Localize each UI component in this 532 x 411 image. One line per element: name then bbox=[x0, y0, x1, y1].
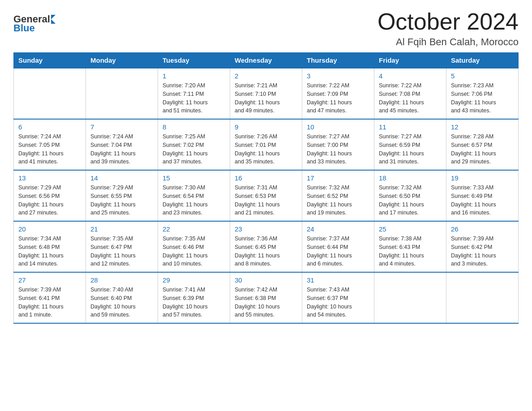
calendar-cell: 8Sunrise: 7:25 AM Sunset: 7:02 PM Daylig… bbox=[158, 119, 230, 170]
calendar-cell: 31Sunrise: 7:43 AM Sunset: 6:37 PM Dayli… bbox=[302, 272, 374, 323]
week-row-2: 6Sunrise: 7:24 AM Sunset: 7:05 PM Daylig… bbox=[14, 119, 519, 170]
day-number: 16 bbox=[235, 174, 297, 182]
calendar-cell: 5Sunrise: 7:23 AM Sunset: 7:06 PM Daylig… bbox=[446, 68, 519, 119]
day-number: 1 bbox=[163, 72, 225, 80]
week-row-4: 20Sunrise: 7:34 AM Sunset: 6:48 PM Dayli… bbox=[14, 221, 519, 272]
day-number: 31 bbox=[307, 276, 369, 284]
calendar-cell bbox=[86, 68, 158, 119]
header-wednesday: Wednesday bbox=[230, 53, 302, 68]
calendar-cell: 7Sunrise: 7:24 AM Sunset: 7:04 PM Daylig… bbox=[86, 119, 158, 170]
header-saturday: Saturday bbox=[446, 53, 519, 68]
calendar-cell: 28Sunrise: 7:40 AM Sunset: 6:40 PM Dayli… bbox=[86, 272, 158, 323]
day-number: 14 bbox=[90, 174, 153, 182]
calendar-cell: 13Sunrise: 7:29 AM Sunset: 6:56 PM Dayli… bbox=[14, 170, 86, 221]
calendar-cell: 3Sunrise: 7:22 AM Sunset: 7:09 PM Daylig… bbox=[302, 68, 374, 119]
day-number: 19 bbox=[451, 174, 514, 182]
day-number: 4 bbox=[379, 72, 442, 80]
day-info: Sunrise: 7:30 AM Sunset: 6:54 PM Dayligh… bbox=[163, 184, 225, 217]
calendar-cell: 30Sunrise: 7:42 AM Sunset: 6:38 PM Dayli… bbox=[230, 272, 302, 323]
day-number: 21 bbox=[90, 225, 153, 233]
day-number: 17 bbox=[307, 174, 369, 182]
calendar-cell: 24Sunrise: 7:37 AM Sunset: 6:44 PM Dayli… bbox=[302, 221, 374, 272]
day-info: Sunrise: 7:22 AM Sunset: 7:08 PM Dayligh… bbox=[379, 81, 442, 115]
week-row-1: 1Sunrise: 7:20 AM Sunset: 7:11 PM Daylig… bbox=[14, 68, 519, 119]
day-info: Sunrise: 7:36 AM Sunset: 6:45 PM Dayligh… bbox=[235, 235, 297, 268]
calendar-cell: 25Sunrise: 7:38 AM Sunset: 6:43 PM Dayli… bbox=[374, 221, 446, 272]
day-info: Sunrise: 7:25 AM Sunset: 7:02 PM Dayligh… bbox=[163, 133, 225, 166]
day-info: Sunrise: 7:29 AM Sunset: 6:55 PM Dayligh… bbox=[90, 184, 153, 217]
day-info: Sunrise: 7:39 AM Sunset: 6:41 PM Dayligh… bbox=[18, 286, 81, 319]
day-info: Sunrise: 7:41 AM Sunset: 6:39 PM Dayligh… bbox=[163, 286, 225, 319]
calendar-cell: 22Sunrise: 7:35 AM Sunset: 6:46 PM Dayli… bbox=[158, 221, 230, 272]
day-info: Sunrise: 7:35 AM Sunset: 6:46 PM Dayligh… bbox=[163, 235, 225, 268]
day-info: Sunrise: 7:28 AM Sunset: 6:57 PM Dayligh… bbox=[451, 133, 514, 166]
day-number: 7 bbox=[90, 123, 153, 131]
day-info: Sunrise: 7:24 AM Sunset: 7:05 PM Dayligh… bbox=[18, 133, 81, 166]
calendar-cell: 6Sunrise: 7:24 AM Sunset: 7:05 PM Daylig… bbox=[14, 119, 86, 170]
week-row-3: 13Sunrise: 7:29 AM Sunset: 6:56 PM Dayli… bbox=[14, 170, 519, 221]
header-monday: Monday bbox=[86, 53, 158, 68]
calendar-cell: 10Sunrise: 7:27 AM Sunset: 7:00 PM Dayli… bbox=[302, 119, 374, 170]
calendar-title: October 2024 bbox=[378, 9, 519, 34]
logo: General Blue bbox=[13, 13, 56, 34]
calendar-cell: 16Sunrise: 7:31 AM Sunset: 6:53 PM Dayli… bbox=[230, 170, 302, 221]
day-info: Sunrise: 7:26 AM Sunset: 7:01 PM Dayligh… bbox=[235, 133, 297, 166]
location-subtitle: Al Fqih Ben Calah, Morocco bbox=[378, 36, 519, 48]
day-number: 30 bbox=[235, 276, 297, 284]
calendar-cell: 23Sunrise: 7:36 AM Sunset: 6:45 PM Dayli… bbox=[230, 221, 302, 272]
day-info: Sunrise: 7:39 AM Sunset: 6:42 PM Dayligh… bbox=[451, 235, 514, 268]
day-info: Sunrise: 7:27 AM Sunset: 6:59 PM Dayligh… bbox=[379, 133, 442, 166]
day-number: 20 bbox=[18, 225, 81, 233]
calendar-cell: 12Sunrise: 7:28 AM Sunset: 6:57 PM Dayli… bbox=[446, 119, 519, 170]
day-number: 29 bbox=[163, 276, 225, 284]
day-info: Sunrise: 7:34 AM Sunset: 6:48 PM Dayligh… bbox=[18, 235, 81, 268]
day-number: 18 bbox=[379, 174, 442, 182]
calendar-cell: 15Sunrise: 7:30 AM Sunset: 6:54 PM Dayli… bbox=[158, 170, 230, 221]
header-tuesday: Tuesday bbox=[158, 53, 230, 68]
day-number: 22 bbox=[163, 225, 225, 233]
day-number: 6 bbox=[18, 123, 81, 131]
calendar-cell bbox=[446, 272, 519, 323]
calendar-cell: 21Sunrise: 7:35 AM Sunset: 6:47 PM Dayli… bbox=[86, 221, 158, 272]
day-info: Sunrise: 7:37 AM Sunset: 6:44 PM Dayligh… bbox=[307, 235, 369, 268]
calendar-cell: 4Sunrise: 7:22 AM Sunset: 7:08 PM Daylig… bbox=[374, 68, 446, 119]
header-thursday: Thursday bbox=[302, 53, 374, 68]
calendar-cell: 19Sunrise: 7:33 AM Sunset: 6:49 PM Dayli… bbox=[446, 170, 519, 221]
day-info: Sunrise: 7:20 AM Sunset: 7:11 PM Dayligh… bbox=[163, 81, 225, 115]
calendar-cell: 20Sunrise: 7:34 AM Sunset: 6:48 PM Dayli… bbox=[14, 221, 86, 272]
day-number: 26 bbox=[451, 225, 514, 233]
calendar-cell: 1Sunrise: 7:20 AM Sunset: 7:11 PM Daylig… bbox=[158, 68, 230, 119]
day-number: 13 bbox=[18, 174, 81, 182]
day-info: Sunrise: 7:35 AM Sunset: 6:47 PM Dayligh… bbox=[90, 235, 153, 268]
day-number: 12 bbox=[451, 123, 514, 131]
day-info: Sunrise: 7:29 AM Sunset: 6:56 PM Dayligh… bbox=[18, 184, 81, 217]
day-number: 3 bbox=[307, 72, 369, 80]
day-info: Sunrise: 7:27 AM Sunset: 7:00 PM Dayligh… bbox=[307, 133, 369, 166]
calendar-cell: 14Sunrise: 7:29 AM Sunset: 6:55 PM Dayli… bbox=[86, 170, 158, 221]
day-number: 24 bbox=[307, 225, 369, 233]
week-row-5: 27Sunrise: 7:39 AM Sunset: 6:41 PM Dayli… bbox=[14, 272, 519, 323]
day-number: 11 bbox=[379, 123, 442, 131]
day-number: 27 bbox=[18, 276, 81, 284]
day-info: Sunrise: 7:24 AM Sunset: 7:04 PM Dayligh… bbox=[90, 133, 153, 166]
calendar-cell bbox=[374, 272, 446, 323]
day-info: Sunrise: 7:43 AM Sunset: 6:37 PM Dayligh… bbox=[307, 286, 369, 319]
day-info: Sunrise: 7:32 AM Sunset: 6:50 PM Dayligh… bbox=[379, 184, 442, 217]
day-number: 28 bbox=[90, 276, 153, 284]
day-number: 5 bbox=[451, 72, 514, 80]
calendar-cell: 26Sunrise: 7:39 AM Sunset: 6:42 PM Dayli… bbox=[446, 221, 519, 272]
day-info: Sunrise: 7:33 AM Sunset: 6:49 PM Dayligh… bbox=[451, 184, 514, 217]
day-number: 10 bbox=[307, 123, 369, 131]
header-row: SundayMondayTuesdayWednesdayThursdayFrid… bbox=[14, 53, 519, 68]
day-number: 23 bbox=[235, 225, 297, 233]
day-number: 9 bbox=[235, 123, 297, 131]
day-info: Sunrise: 7:23 AM Sunset: 7:06 PM Dayligh… bbox=[451, 81, 514, 115]
calendar-cell: 29Sunrise: 7:41 AM Sunset: 6:39 PM Dayli… bbox=[158, 272, 230, 323]
day-info: Sunrise: 7:31 AM Sunset: 6:53 PM Dayligh… bbox=[235, 184, 297, 217]
calendar-cell: 9Sunrise: 7:26 AM Sunset: 7:01 PM Daylig… bbox=[230, 119, 302, 170]
header-sunday: Sunday bbox=[14, 53, 86, 68]
calendar-cell: 18Sunrise: 7:32 AM Sunset: 6:50 PM Dayli… bbox=[374, 170, 446, 221]
calendar-cell: 27Sunrise: 7:39 AM Sunset: 6:41 PM Dayli… bbox=[14, 272, 86, 323]
day-info: Sunrise: 7:32 AM Sunset: 6:52 PM Dayligh… bbox=[307, 184, 369, 217]
logo-blue-text: Blue bbox=[13, 22, 35, 34]
